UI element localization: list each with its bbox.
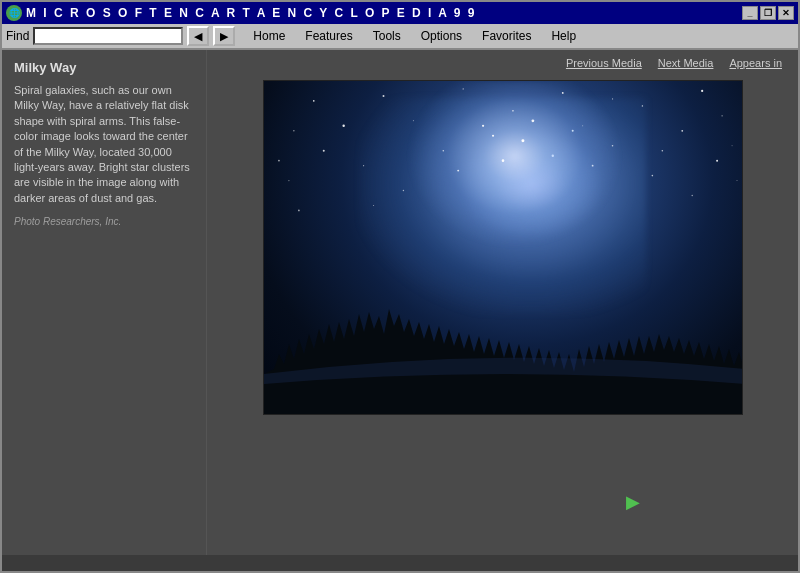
svg-point-29 bbox=[611, 145, 613, 147]
next-media-button[interactable]: Next Media bbox=[650, 55, 722, 71]
minimize-button[interactable]: _ bbox=[742, 6, 758, 20]
find-label: Find bbox=[6, 29, 29, 43]
svg-point-7 bbox=[293, 130, 294, 131]
svg-point-12 bbox=[681, 130, 683, 132]
close-button[interactable]: ✕ bbox=[778, 6, 794, 20]
app-icon: 🌐 bbox=[6, 5, 22, 21]
svg-point-3 bbox=[561, 92, 563, 94]
menu-help[interactable]: Help bbox=[541, 26, 586, 46]
svg-point-17 bbox=[442, 150, 443, 151]
svg-point-25 bbox=[571, 130, 573, 132]
svg-point-23 bbox=[551, 154, 553, 156]
forward-icon: ▶ bbox=[220, 30, 228, 43]
forward-button[interactable]: ▶ bbox=[213, 26, 235, 46]
menu-tools[interactable]: Tools bbox=[363, 26, 411, 46]
svg-point-35 bbox=[297, 210, 299, 212]
svg-point-33 bbox=[651, 175, 653, 177]
right-panel: Previous Media Next Media Appears in bbox=[207, 50, 798, 555]
svg-point-11 bbox=[611, 98, 612, 99]
svg-point-36 bbox=[372, 205, 373, 206]
left-panel: Milky Way Spiral galaxies, such as our o… bbox=[2, 50, 207, 555]
svg-point-13 bbox=[731, 145, 732, 146]
article-title: Milky Way bbox=[14, 60, 194, 75]
title-bar: 🌐 M I C R O S O F T E N C A R T A E N C … bbox=[2, 2, 798, 24]
svg-point-18 bbox=[491, 135, 493, 137]
previous-media-button[interactable]: Previous Media bbox=[558, 55, 650, 71]
svg-point-10 bbox=[512, 110, 514, 112]
svg-point-9 bbox=[412, 120, 413, 121]
back-icon: ◀ bbox=[194, 30, 202, 43]
svg-point-37 bbox=[691, 195, 692, 196]
svg-point-34 bbox=[736, 180, 737, 181]
svg-point-32 bbox=[402, 190, 403, 191]
svg-point-5 bbox=[701, 90, 703, 92]
svg-point-2 bbox=[462, 88, 463, 89]
article-body: Spiral galaxies, such as our own Milky W… bbox=[14, 83, 194, 206]
svg-point-22 bbox=[521, 139, 524, 142]
menu-home[interactable]: Home bbox=[243, 26, 295, 46]
svg-point-28 bbox=[481, 125, 483, 127]
window-controls[interactable]: _ ❐ ✕ bbox=[742, 6, 794, 20]
treeline bbox=[264, 294, 743, 414]
svg-point-16 bbox=[362, 165, 363, 166]
restore-button[interactable]: ❐ bbox=[760, 6, 776, 20]
svg-point-24 bbox=[501, 159, 504, 162]
svg-point-21 bbox=[716, 160, 718, 162]
toolbar: Find ◀ ▶ Home Features Tools Options Fav… bbox=[2, 24, 798, 50]
app-title: M I C R O S O F T E N C A R T A E N C Y … bbox=[26, 6, 477, 20]
svg-point-19 bbox=[582, 125, 583, 126]
svg-point-30 bbox=[457, 170, 459, 172]
menu-bar: Home Features Tools Options Favorites He… bbox=[243, 26, 794, 46]
image-area bbox=[207, 75, 798, 555]
svg-point-27 bbox=[591, 165, 593, 167]
svg-point-0 bbox=[313, 100, 315, 102]
back-button[interactable]: ◀ bbox=[187, 26, 209, 46]
svg-point-4 bbox=[641, 105, 642, 106]
menu-features[interactable]: Features bbox=[295, 26, 362, 46]
svg-point-26 bbox=[531, 119, 534, 122]
main-area: Milky Way Spiral galaxies, such as our o… bbox=[2, 50, 798, 555]
media-toolbar: Previous Media Next Media Appears in bbox=[207, 50, 798, 75]
svg-point-20 bbox=[661, 150, 663, 152]
menu-options[interactable]: Options bbox=[411, 26, 472, 46]
photo-credit: Photo Researchers, Inc. bbox=[14, 216, 194, 227]
find-input[interactable] bbox=[33, 27, 183, 45]
menu-favorites[interactable]: Favorites bbox=[472, 26, 541, 46]
svg-point-6 bbox=[721, 115, 722, 116]
svg-point-15 bbox=[322, 150, 324, 152]
title-bar-left: 🌐 M I C R O S O F T E N C A R T A E N C … bbox=[6, 5, 477, 21]
svg-point-14 bbox=[278, 160, 280, 162]
appears-in-button[interactable]: Appears in bbox=[721, 55, 790, 71]
svg-point-8 bbox=[342, 125, 344, 127]
svg-point-31 bbox=[288, 180, 289, 181]
milky-way-image bbox=[263, 80, 743, 415]
svg-point-1 bbox=[382, 95, 384, 97]
